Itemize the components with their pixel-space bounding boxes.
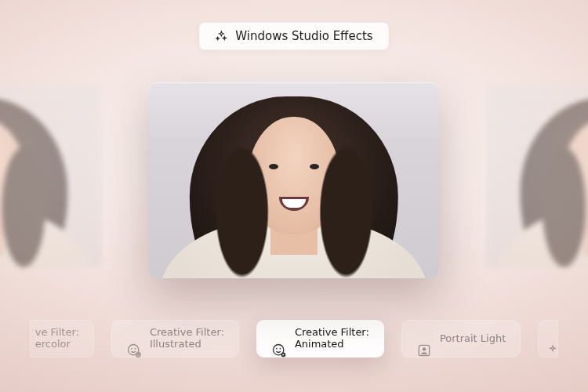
smiley-plus-icon xyxy=(126,331,142,347)
sparkle-icon xyxy=(545,331,561,347)
portrait-illustration xyxy=(149,82,439,278)
filter-chip-illustrated[interactable]: Creative Filter: Illustrated xyxy=(111,320,239,358)
studio-effects-header[interactable]: Windows Studio Effects xyxy=(198,22,389,50)
portrait-illustration xyxy=(0,84,102,268)
filter-chip-watercolor[interactable]: ve Filter: ercolor xyxy=(30,320,94,358)
svg-point-2 xyxy=(135,348,136,350)
filter-chip-next[interactable] xyxy=(538,320,558,358)
sparkle-icon xyxy=(215,30,227,42)
svg-point-1 xyxy=(131,348,132,350)
preview-carousel xyxy=(0,74,588,286)
svg-point-6 xyxy=(280,348,281,350)
preview-next[interactable] xyxy=(486,84,588,268)
portrait-icon xyxy=(416,331,432,347)
filter-chip-portrait-light[interactable]: Portrait Light xyxy=(401,320,521,358)
svg-point-9 xyxy=(423,347,426,350)
preview-current[interactable] xyxy=(149,82,439,278)
smiley-play-icon xyxy=(271,331,287,347)
portrait-illustration xyxy=(486,84,588,268)
filter-chip-row: ve Filter: ercolor Creative Filter: Illu… xyxy=(0,320,588,358)
header-title: Windows Studio Effects xyxy=(235,29,372,43)
preview-prev[interactable] xyxy=(0,84,102,268)
chip-label: Creative Filter: Illustrated xyxy=(150,327,224,350)
chip-label: Creative Filter: Animated xyxy=(295,327,369,350)
svg-point-5 xyxy=(276,348,278,350)
chip-label: ve Filter: ercolor xyxy=(35,327,79,350)
filter-chip-animated[interactable]: Creative Filter: Animated xyxy=(256,320,384,358)
chip-label: Portrait Light xyxy=(440,333,506,345)
